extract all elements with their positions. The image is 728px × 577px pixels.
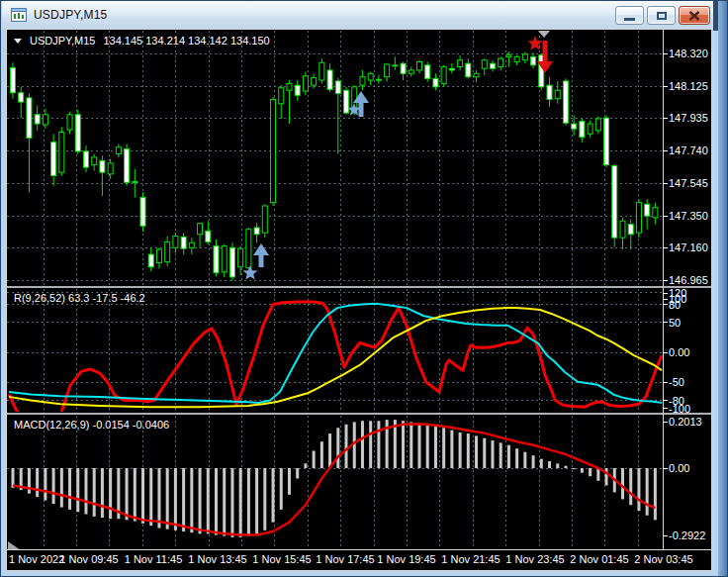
r-axis-label: -100 — [669, 403, 690, 415]
candle — [92, 154, 97, 171]
candle — [11, 62, 16, 98]
window-controls — [615, 6, 710, 25]
macd-histogram-bar — [605, 468, 608, 485]
candle — [449, 63, 454, 73]
price-axis-label: 147.545 — [669, 177, 708, 189]
macd-panel — [12, 420, 657, 537]
buy-arrow-marker[interactable] — [253, 243, 269, 267]
macd-histogram-bar — [109, 468, 112, 519]
candle — [595, 116, 600, 134]
candle — [620, 218, 625, 249]
macd-histogram-bar — [532, 455, 535, 468]
candle — [156, 247, 161, 268]
macd-histogram-bar — [215, 468, 218, 535]
macd-histogram-bar — [637, 468, 640, 511]
window-right-border — [718, 1, 727, 577]
candle — [458, 55, 463, 70]
candle — [238, 246, 243, 276]
time-axis-label: 1 Nov 13:45 — [188, 553, 246, 565]
window-titlebar[interactable]: USDJPY,M15 — [2, 1, 721, 29]
candle — [51, 134, 56, 185]
time-axis-label: 2 Nov 01:45 — [570, 553, 628, 565]
candle — [254, 223, 259, 242]
candle — [165, 236, 170, 265]
macd-histogram-bar — [336, 428, 339, 468]
macd-histogram-bar — [93, 468, 96, 517]
restore-button[interactable] — [647, 6, 676, 25]
macd-histogram-bar — [573, 468, 576, 469]
candle — [490, 60, 495, 72]
candle — [636, 199, 641, 238]
macd-histogram-bar — [442, 428, 445, 468]
macd-histogram-bar — [646, 468, 649, 516]
macd-histogram-bar — [467, 433, 470, 468]
candle — [140, 192, 145, 232]
candle — [116, 144, 121, 157]
macd-histogram-bar — [174, 468, 177, 530]
macd-histogram-bar — [182, 468, 185, 531]
macd-histogram-bar — [76, 468, 79, 512]
candle — [344, 87, 349, 115]
minimize-button[interactable] — [615, 6, 644, 25]
time-axis[interactable]: 1 Nov 20221 Nov 09:451 Nov 11:451 Nov 13… — [7, 553, 711, 569]
candle — [499, 56, 503, 70]
price-axis-label: 147.740 — [669, 144, 708, 156]
macd-histogram-bar — [548, 461, 551, 468]
macd-histogram-bar — [60, 468, 63, 508]
macd-histogram-bar — [475, 435, 478, 468]
time-axis-label: 1 Nov 09:45 — [59, 553, 118, 565]
candle — [214, 240, 219, 276]
macd-histogram-bar — [320, 441, 323, 468]
candle — [181, 233, 186, 254]
macd-histogram-bar — [418, 424, 421, 468]
price-axis[interactable]: 148.320148.125147.935147.740147.545147.3… — [663, 48, 708, 541]
scroll-corner-icon — [8, 541, 21, 550]
price-axis-label: 147.935 — [669, 112, 708, 124]
macd-histogram-bar — [434, 427, 437, 468]
macd-histogram-bar — [304, 463, 307, 468]
r-axis-label: -50 — [669, 376, 684, 388]
macd-histogram-bar — [589, 468, 592, 476]
macd-histogram-bar — [426, 425, 429, 468]
r-axis-label: 0.00 — [669, 346, 689, 358]
macd-histogram-bar — [483, 438, 486, 468]
price-axis-label: 147.160 — [669, 241, 708, 253]
macd-indicator-label: MACD(12,26,9) -0.0154 -0.0406 — [14, 419, 169, 431]
chart-client-area[interactable]: 148.320148.125147.935147.740147.545147.3… — [6, 29, 712, 571]
candle — [27, 94, 32, 193]
macd-histogram-bar — [361, 421, 364, 468]
macd-histogram-bar — [296, 468, 299, 478]
candle — [572, 116, 577, 136]
candle — [555, 81, 560, 104]
macd-histogram-bar — [540, 459, 543, 468]
candle — [189, 238, 194, 254]
macd-histogram-bar — [515, 448, 518, 468]
shift-triangle-icon[interactable] — [538, 31, 550, 38]
candle — [287, 80, 292, 124]
macd-histogram-bar — [410, 422, 412, 468]
price-axis-label: 148.125 — [669, 80, 708, 92]
candle — [67, 112, 72, 134]
candle — [474, 70, 479, 82]
candle — [173, 233, 178, 252]
close-button[interactable] — [679, 6, 710, 25]
candle — [148, 247, 153, 271]
macd-histogram-bar — [280, 468, 283, 510]
candle — [433, 73, 438, 90]
time-axis-label: 1 Nov 17:45 — [316, 553, 374, 565]
candle — [100, 155, 105, 196]
macd-histogram-bar — [207, 468, 210, 533]
macd-histogram-bar — [523, 452, 526, 468]
star-marker[interactable] — [242, 265, 257, 280]
macd-histogram-bar — [564, 466, 567, 468]
candle — [295, 80, 300, 100]
macd-histogram-bar — [157, 468, 160, 529]
star-marker[interactable] — [527, 36, 542, 50]
candle — [531, 52, 536, 68]
macd-histogram-bar — [272, 468, 275, 523]
macd-histogram-bar — [126, 468, 129, 520]
macd-histogram-bar — [450, 431, 453, 468]
chevron-down-icon[interactable] — [14, 39, 22, 44]
price-axis-label: 148.320 — [669, 48, 708, 59]
macd-histogram-bar — [377, 421, 380, 468]
